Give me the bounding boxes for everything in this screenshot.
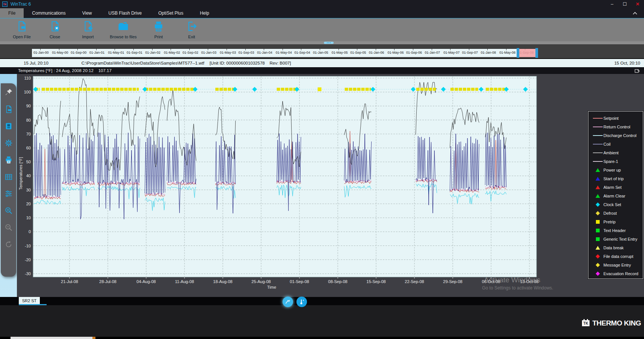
exit-button[interactable]: Exit — [175, 18, 208, 40]
selection-handle-left[interactable] — [517, 48, 519, 58]
y-tick-label: 60 — [26, 146, 31, 150]
legend-label: File data corrupt — [603, 254, 633, 259]
legend-item[interactable]: Start of trip — [592, 174, 643, 183]
rotate-icon[interactable] — [4, 240, 13, 249]
taskbar-segment — [11, 337, 92, 339]
legend-label: Evacuation Record — [603, 271, 638, 276]
legend-item[interactable]: Generic Text Entry — [592, 235, 643, 243]
timeline-date: 01-Sep-00 — [71, 51, 86, 54]
legend-item[interactable]: Setpoint — [592, 114, 643, 122]
close-button[interactable]: ✕ — [631, 0, 644, 8]
legend-line-swatch — [592, 127, 603, 127]
chart-region: 1101009080706050403020100-10-20-3021-Jul… — [17, 74, 644, 297]
legend-diamond-swatch — [592, 212, 603, 215]
x-tick-label: 01-Sep-08 — [290, 279, 309, 284]
legend-line-swatch — [592, 135, 603, 136]
thermometer-button[interactable] — [296, 297, 307, 307]
svg-text:TK: TK — [584, 321, 589, 325]
tab-file[interactable]: File — [0, 8, 24, 18]
open-file-button[interactable]: Open File — [5, 18, 38, 40]
legend-item[interactable]: Clock Set — [592, 200, 643, 209]
legend-diamond-swatch — [592, 264, 603, 267]
legend-item[interactable]: Defrost — [592, 209, 643, 217]
timeline-tick — [208, 49, 208, 50]
expand-chart-icon[interactable] — [635, 69, 639, 73]
timeline-date: 01-Jan-04 — [257, 51, 272, 54]
device-icon[interactable] — [4, 122, 13, 131]
exit-icon — [186, 21, 197, 33]
timeline-date: 01-Sep-02 — [183, 51, 198, 54]
browse-to-files-button[interactable]: Browse to files — [104, 18, 142, 40]
maximize-button[interactable]: ☐ — [618, 0, 631, 8]
legend-item[interactable]: Pretrip — [592, 217, 643, 226]
timeline-tick — [264, 49, 264, 50]
minimize-button[interactable]: – — [606, 0, 618, 8]
timeline-date: 01-Jan-06 — [369, 51, 384, 54]
zoom-out-icon[interactable] — [4, 223, 13, 232]
print-label: Print — [154, 35, 163, 39]
timeline-date: 01-May-04 — [276, 51, 292, 54]
legend-item[interactable]: Spare-1 — [592, 157, 643, 166]
tab-sr2-st[interactable]: SR2 ST — [19, 297, 40, 304]
title-bar: TK WinTrac 6 – ☐ ✕ — [0, 0, 644, 8]
x-tick-label: 28-Jul-08 — [99, 279, 116, 284]
legend-item[interactable]: Coil — [592, 140, 643, 148]
legend-item[interactable]: Alarm Set — [592, 183, 643, 191]
legend-label: Clock Set — [603, 202, 621, 207]
legend-line-swatch — [592, 161, 603, 162]
range-end-time: 15 Oct, 20:10 — [614, 61, 640, 65]
timeline-tick — [115, 49, 115, 50]
legend-item[interactable]: Text Header — [592, 226, 643, 235]
legend-label: Coil — [603, 142, 611, 146]
timeline-date: 01-May-08 — [499, 51, 516, 54]
timeline-date: 01-Sep-07 — [462, 51, 478, 54]
legend-diamond-swatch — [592, 272, 603, 275]
tab-optiset-plus[interactable]: OptiSet Plus — [150, 8, 192, 18]
legend-label: Defrost — [603, 211, 617, 215]
sidebar-print-icon[interactable] — [4, 155, 13, 164]
tab-usb-flash-drive[interactable]: USB Flash Drive — [100, 8, 150, 18]
timeline-scrollbar[interactable]: 01-Jan-0001-May-0001-Sep-0001-Jan-0101-M… — [32, 48, 538, 57]
legend-item[interactable]: File data corrupt — [592, 252, 643, 261]
legend-item[interactable]: Message Entry — [592, 261, 643, 269]
toolbar-separator — [0, 41, 644, 44]
pin-icon[interactable] — [4, 88, 13, 97]
timeline-tick — [357, 49, 357, 50]
timeline-date: 01-Sep-05 — [350, 51, 366, 54]
open-file-icon — [16, 21, 27, 33]
filter-sliders-icon[interactable] — [4, 189, 13, 198]
timeline-selection[interactable] — [519, 49, 535, 57]
legend-item[interactable]: Evacuation Record — [592, 269, 643, 278]
tab-communications[interactable]: Communications — [24, 8, 74, 18]
close-file-button[interactable]: Close — [38, 18, 71, 40]
print-button[interactable]: Print — [142, 18, 175, 40]
document-icon[interactable] — [4, 105, 13, 114]
legend-item[interactable]: Discharge Control — [592, 131, 643, 140]
legend-item[interactable]: Alarm Clear — [592, 191, 643, 200]
timeline-tick — [394, 49, 395, 50]
settings-gear-icon[interactable] — [4, 139, 13, 148]
main-area: 1101009080706050403020100-10-20-3021-Jul… — [0, 74, 644, 297]
legend-label: Power up — [603, 168, 621, 172]
activate-windows-watermark: Activate Windows — [484, 276, 540, 284]
tab-help[interactable]: Help — [192, 8, 218, 18]
legend-item[interactable]: Ambient — [592, 148, 643, 157]
tab-view[interactable]: View — [74, 8, 100, 18]
timeline-tick — [227, 49, 227, 50]
legend-item[interactable]: Data break — [592, 243, 643, 252]
y-tick-label: 50 — [26, 160, 31, 164]
zoom-in-icon[interactable] — [4, 206, 13, 215]
legend-label: Spare-1 — [603, 159, 618, 164]
legend-item[interactable]: Power up — [592, 166, 643, 174]
pen-tool-button[interactable] — [283, 297, 293, 307]
grid-icon[interactable] — [4, 172, 13, 181]
import-button[interactable]: Import — [71, 18, 104, 40]
legend-item[interactable]: Return Control — [592, 122, 643, 131]
selection-handle-right[interactable] — [535, 48, 538, 58]
splitter-handle-icon[interactable] — [324, 42, 334, 44]
os-taskbar[interactable] — [0, 337, 644, 339]
legend-label: Generic Text Entry — [603, 237, 637, 241]
temperature-chart[interactable]: 1101009080706050403020100-10-20-3021-Jul… — [17, 74, 644, 297]
collapse-ribbon-icon[interactable] — [633, 8, 637, 18]
legend-triangle-swatch — [592, 246, 603, 250]
